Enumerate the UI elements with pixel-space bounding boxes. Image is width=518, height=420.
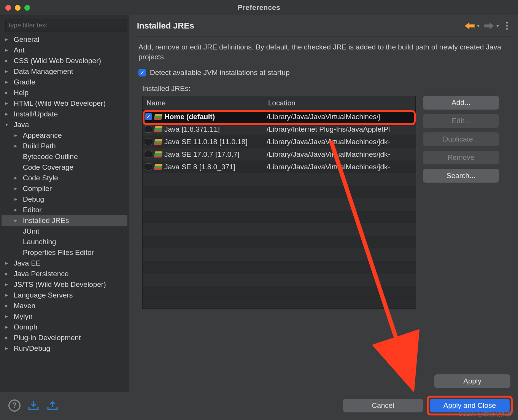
- tree-item[interactable]: Gradle: [2, 77, 127, 88]
- table-header: Name Location: [143, 96, 416, 110]
- tree-item[interactable]: Java Persistence: [2, 269, 127, 279]
- tree-item[interactable]: JS/TS (Wild Web Developer): [2, 279, 127, 290]
- tree-item[interactable]: Java: [2, 119, 127, 130]
- chevron-right-icon[interactable]: [5, 89, 11, 95]
- tree-item[interactable]: Ant: [2, 45, 127, 56]
- tree-item[interactable]: Install/Update: [2, 109, 127, 119]
- filter-input[interactable]: [5, 19, 127, 32]
- tree-item-label: Install/Update: [14, 110, 58, 118]
- page-menu-button[interactable]: [504, 21, 510, 31]
- chevron-right-icon[interactable]: [5, 313, 11, 319]
- tree-item[interactable]: Plug-in Development: [2, 332, 127, 343]
- jre-library-icon: [154, 114, 163, 120]
- import-preferences-button[interactable]: [27, 400, 40, 411]
- tree-item[interactable]: Maven: [2, 301, 127, 311]
- add-button[interactable]: Add...: [423, 96, 499, 110]
- tree-item[interactable]: JUnit: [2, 226, 127, 237]
- table-row[interactable]: Java SE 8 [1.8.0_371]/Library/Java/JavaV…: [143, 161, 416, 173]
- detect-jvm-checkbox[interactable]: ✓: [138, 69, 146, 76]
- column-header-name[interactable]: Name: [143, 96, 264, 110]
- chevron-right-icon[interactable]: [5, 47, 11, 53]
- chevron-right-icon[interactable]: [5, 57, 11, 64]
- tree-item[interactable]: CSS (Wild Web Developer): [2, 56, 127, 66]
- chevron-right-icon[interactable]: [14, 143, 21, 149]
- tree-item[interactable]: Language Servers: [2, 290, 127, 301]
- chevron-right-icon[interactable]: [5, 324, 11, 330]
- tree-item[interactable]: Code Coverage: [2, 162, 127, 173]
- cancel-button[interactable]: Cancel: [343, 399, 423, 412]
- table-row[interactable]: Java [1.8.371.11]/Library/Internet Plug-…: [143, 123, 416, 135]
- jre-checkbox[interactable]: ✓: [145, 113, 152, 120]
- help-button[interactable]: ?: [8, 399, 21, 412]
- tree-item[interactable]: Properties Files Editor: [2, 247, 127, 258]
- chevron-right-icon[interactable]: [14, 207, 21, 213]
- history-back-button[interactable]: ▼: [465, 22, 480, 29]
- chevron-down-icon: ▼: [496, 24, 500, 28]
- table-row[interactable]: Java SE 11.0.18 [11.0.18]/Library/Java/J…: [143, 135, 416, 148]
- chevron-right-icon[interactable]: [5, 302, 11, 309]
- tree-item[interactable]: Data Management: [2, 66, 127, 77]
- jre-checkbox[interactable]: [145, 151, 152, 158]
- apply-button[interactable]: Apply: [434, 374, 510, 388]
- tree-item[interactable]: Compiler: [2, 183, 127, 194]
- chevron-right-icon[interactable]: [14, 217, 21, 223]
- chevron-right-icon[interactable]: [5, 36, 11, 42]
- preferences-sidebar: GeneralAntCSS (Wild Web Developer)Data M…: [0, 15, 129, 392]
- tree-item[interactable]: Mylyn: [2, 311, 127, 322]
- chevron-right-icon[interactable]: [14, 196, 21, 202]
- chevron-right-icon[interactable]: [14, 175, 21, 181]
- jre-checkbox[interactable]: [145, 138, 152, 145]
- tree-item-label: Mylyn: [14, 312, 33, 321]
- export-preferences-button[interactable]: [46, 400, 59, 411]
- tree-item[interactable]: General: [2, 34, 127, 45]
- chevron-right-icon[interactable]: [5, 100, 11, 106]
- tree-item-label: Java Persistence: [14, 270, 69, 278]
- search-button[interactable]: Search...: [423, 169, 499, 183]
- tree-item[interactable]: Help: [2, 88, 127, 98]
- chevron-right-icon[interactable]: [14, 132, 21, 138]
- tree-item[interactable]: Installed JREs: [2, 215, 127, 226]
- chevron-right-icon[interactable]: [5, 68, 11, 74]
- detect-jvm-checkbox-row[interactable]: ✓ Detect available JVM installations at …: [138, 68, 509, 77]
- jre-checkbox[interactable]: [145, 163, 152, 170]
- jre-name: Home (default): [164, 113, 215, 121]
- tree-item[interactable]: Launching: [2, 237, 127, 247]
- chevron-right-icon[interactable]: [5, 292, 11, 298]
- column-header-location[interactable]: Location: [264, 96, 416, 110]
- jre-library-icon: [154, 126, 163, 132]
- table-row[interactable]: Java SE 17.0.7 [17.0.7]/Library/Java/Jav…: [143, 148, 416, 161]
- tree-item[interactable]: Appearance: [2, 130, 127, 141]
- tree-item[interactable]: Bytecode Outline: [2, 151, 127, 162]
- tree-item[interactable]: Run/Debug: [2, 343, 127, 354]
- chevron-right-icon[interactable]: [5, 345, 11, 351]
- chevron-right-icon[interactable]: [5, 260, 11, 266]
- table-row-empty: [143, 236, 416, 248]
- tree-item-label: Language Servers: [14, 291, 73, 299]
- tree-item[interactable]: Editor: [2, 205, 127, 215]
- tree-item[interactable]: Java EE: [2, 258, 127, 269]
- tree-item-label: Data Management: [14, 67, 73, 76]
- chevron-right-icon[interactable]: [5, 270, 11, 277]
- chevron-right-icon[interactable]: [14, 185, 21, 191]
- tree-item[interactable]: Build Path: [2, 141, 127, 151]
- table-row[interactable]: ✓Home (default)/Library/Java/JavaVirtual…: [143, 110, 416, 123]
- history-forward-button[interactable]: ▼: [484, 22, 500, 29]
- table-row-empty: [143, 186, 416, 198]
- window-title: Preferences: [238, 3, 280, 12]
- jre-checkbox[interactable]: [145, 126, 152, 133]
- table-row-empty: [143, 223, 416, 236]
- chevron-right-icon[interactable]: [5, 281, 11, 287]
- tree-item-label: Ant: [14, 46, 25, 54]
- tree-item[interactable]: HTML (Wild Web Developer): [2, 98, 127, 109]
- chevron-down-icon[interactable]: [5, 121, 11, 127]
- chevron-right-icon[interactable]: [5, 111, 11, 117]
- tree-item[interactable]: Code Style: [2, 173, 127, 183]
- tree-item[interactable]: Debug: [2, 194, 127, 205]
- tree-item[interactable]: Oomph: [2, 322, 127, 332]
- page-description: Add, remove or edit JRE definitions. By …: [138, 42, 509, 62]
- close-window-button[interactable]: [5, 5, 11, 11]
- zoom-window-button[interactable]: [24, 5, 30, 11]
- minimize-window-button[interactable]: [15, 5, 21, 11]
- chevron-right-icon[interactable]: [5, 334, 11, 340]
- chevron-right-icon[interactable]: [5, 79, 11, 85]
